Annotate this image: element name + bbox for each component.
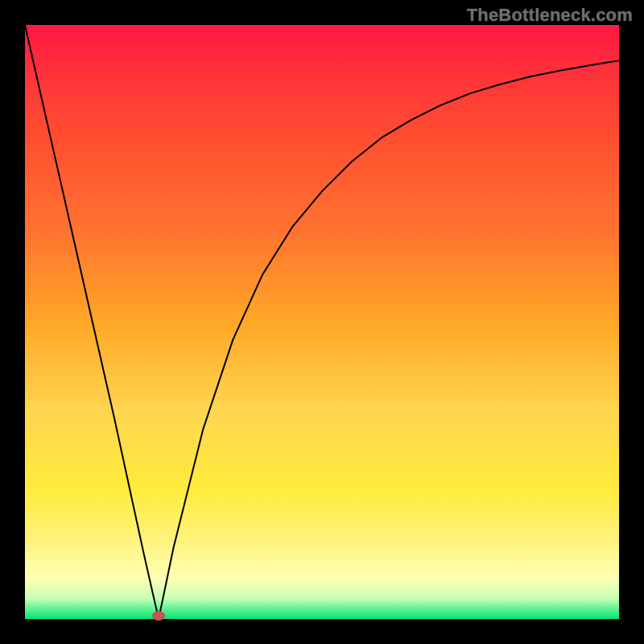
optimal-point-marker xyxy=(152,611,165,621)
chart-frame: TheBottleneck.com xyxy=(0,0,644,644)
watermark-text: TheBottleneck.com xyxy=(467,5,633,26)
bottleneck-curve-path xyxy=(25,25,619,619)
curve-layer xyxy=(25,25,619,619)
plot-area xyxy=(25,25,619,619)
